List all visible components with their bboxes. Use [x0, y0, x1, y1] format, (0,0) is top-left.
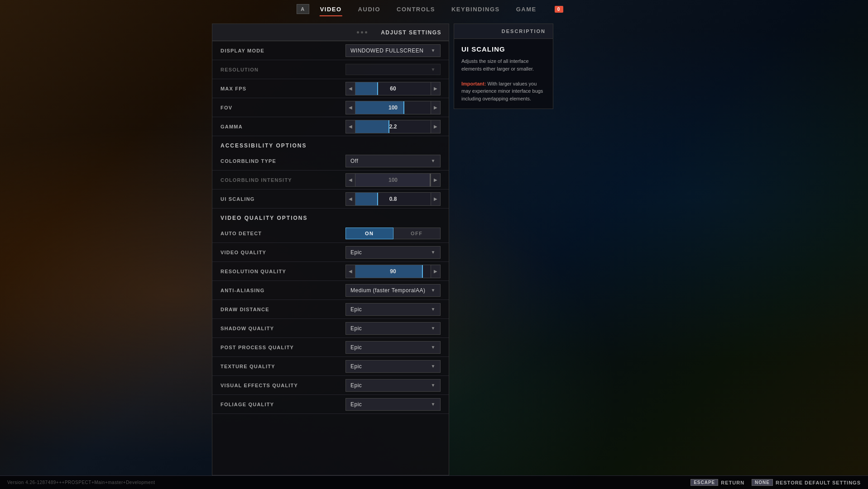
resolution-quality-value: 90 [390, 268, 396, 275]
fov-track: 100 [355, 101, 431, 114]
nav-item-keybindings[interactable]: KEYBINDINGS [443, 2, 508, 16]
description-title: UI SCALING [461, 45, 546, 53]
setting-row-fov: FOV ◀ 100 ▶ [212, 98, 449, 117]
nav-item-video[interactable]: VIDEO [312, 2, 350, 16]
visual-effects-control: Epic ▼ [345, 379, 441, 392]
description-header: DESCRIPTION [454, 24, 553, 39]
resolution-quality-fill [355, 265, 423, 278]
setting-row-max-fps: MAX FPS ◀ 60 ▶ [212, 79, 449, 98]
resolution-quality-increment[interactable]: ▶ [431, 265, 441, 278]
auto-detect-label: AUTO DETECT [221, 231, 262, 236]
fov-increment[interactable]: ▶ [431, 101, 441, 114]
post-process-dropdown[interactable]: Epic ▼ [345, 341, 441, 354]
shadow-quality-dropdown[interactable]: Epic ▼ [345, 322, 441, 335]
gamma-track: 2.2 [355, 120, 431, 133]
anti-aliasing-control: Medium (faster TemporalAA) ▼ [345, 284, 441, 297]
draw-distance-control: Epic ▼ [345, 303, 441, 316]
anti-aliasing-dropdown[interactable]: Medium (faster TemporalAA) ▼ [345, 284, 441, 297]
adjust-settings-button[interactable]: ADJUST SETTINGS [374, 24, 449, 41]
dot3 [365, 31, 367, 33]
texture-quality-label: TEXTURE QUALITY [221, 364, 275, 369]
anti-aliasing-value: Medium (faster TemporalAA) [350, 287, 426, 294]
post-process-value: Epic [350, 344, 362, 351]
shadow-quality-control: Epic ▼ [345, 322, 441, 335]
resolution-quality-decrement[interactable]: ◀ [345, 265, 355, 278]
ui-scaling-value: 0.8 [389, 196, 397, 202]
return-button[interactable]: Escape RETURN [691, 479, 744, 486]
resolution-control: ▼ [345, 64, 441, 75]
description-important-label: Important: [461, 81, 486, 86]
return-label: RETURN [721, 480, 744, 485]
nav-item-audio[interactable]: AUDIO [350, 2, 388, 16]
visual-effects-dropdown[interactable]: Epic ▼ [345, 379, 441, 392]
foliage-quality-dropdown[interactable]: Epic ▼ [345, 398, 441, 411]
setting-row-resolution: RESOLUTION ▼ [212, 60, 449, 79]
ui-scaling-label: UI SCALING [221, 196, 255, 202]
colorblind-intensity-decrement[interactable]: ◀ [345, 173, 355, 187]
bottom-bar: Version 4.26-1287489+++PROSPECT+Main+mas… [0, 475, 868, 489]
colorblind-intensity-label: COLORBLIND INTENSITY [221, 177, 292, 183]
auto-detect-off[interactable]: OFF [393, 228, 441, 239]
setting-row-colorblind-type: COLORBLIND TYPE Off ▼ [212, 152, 449, 171]
gamma-control: ◀ 2.2 ▶ [345, 120, 441, 133]
auto-detect-on[interactable]: ON [345, 228, 393, 239]
post-process-arrow: ▼ [431, 345, 436, 350]
nav-item-a[interactable]: A [297, 4, 309, 14]
description-body: UI SCALING Adjusts the size of all inter… [454, 39, 553, 109]
auto-detect-toggle: ON OFF [345, 228, 441, 239]
setting-row-auto-detect: AUTO DETECT ON OFF [212, 224, 449, 243]
max-fps-label: MAX FPS [221, 86, 246, 91]
colorblind-type-dropdown[interactable]: Off ▼ [345, 155, 441, 167]
post-process-control: Epic ▼ [345, 341, 441, 354]
colorblind-intensity-track: 100 [355, 173, 431, 187]
panel-content[interactable]: DISPLAY MODE WINDOWED FULLSCREEN ▼ RESOL… [212, 41, 449, 475]
setting-row-video-quality: VIDEO QUALITY Epic ▼ [212, 243, 449, 262]
fov-decrement[interactable]: ◀ [345, 101, 355, 114]
gamma-slider: ◀ 2.2 ▶ [345, 120, 441, 133]
display-mode-value: WINDOWED FULLSCREEN [350, 47, 424, 54]
ui-scaling-increment[interactable]: ▶ [431, 192, 441, 206]
version-text: Version 4.26-1287489+++PROSPECT+Main+mas… [7, 480, 155, 485]
fov-slider: ◀ 100 ▶ [345, 101, 441, 114]
setting-row-gamma: GAMMA ◀ 2.2 ▶ [212, 117, 449, 136]
setting-row-post-process: POST PROCESS QUALITY Epic ▼ [212, 338, 449, 357]
restore-defaults-button[interactable]: None RESTORE DEFAULT SETTINGS [752, 479, 861, 486]
bottom-actions: Escape RETURN None RESTORE DEFAULT SETTI… [691, 479, 861, 486]
draw-distance-label: DRAW DISTANCE [221, 307, 269, 312]
panel-header: ADJUST SETTINGS [212, 24, 449, 41]
gamma-decrement[interactable]: ◀ [345, 120, 355, 133]
anti-aliasing-arrow: ▼ [431, 288, 436, 293]
max-fps-increment[interactable]: ▶ [431, 82, 441, 95]
resolution-dropdown[interactable]: ▼ [345, 64, 441, 75]
max-fps-decrement[interactable]: ◀ [345, 82, 355, 95]
nav-item-game[interactable]: GAME [508, 2, 545, 16]
shadow-quality-arrow: ▼ [431, 326, 436, 331]
ui-scaling-decrement[interactable]: ◀ [345, 192, 355, 206]
foliage-quality-value: Epic [350, 401, 362, 408]
nav-item-controls[interactable]: CONTROLS [388, 2, 443, 16]
escape-key: Escape [691, 479, 718, 486]
settings-panel: ADJUST SETTINGS DISPLAY MODE WINDOWED FU… [212, 24, 449, 475]
texture-quality-dropdown[interactable]: Epic ▼ [345, 360, 441, 373]
display-mode-control: WINDOWED FULLSCREEN ▼ [345, 44, 441, 57]
max-fps-slider: ◀ 60 ▶ [345, 82, 441, 95]
description-panel: DESCRIPTION UI SCALING Adjusts the size … [454, 24, 553, 109]
video-quality-section-header: VIDEO QUALITY OPTIONS [212, 209, 449, 224]
gamma-increment[interactable]: ▶ [431, 120, 441, 133]
video-quality-control: Epic ▼ [345, 246, 441, 259]
colorblind-intensity-increment[interactable]: ▶ [431, 173, 441, 187]
draw-distance-dropdown[interactable]: Epic ▼ [345, 303, 441, 316]
visual-effects-label: VISUAL EFFECTS QUALITY [221, 383, 298, 388]
fov-control: ◀ 100 ▶ [345, 101, 441, 114]
setting-row-anti-aliasing: ANTI-ALIASING Medium (faster TemporalAA)… [212, 281, 449, 300]
setting-row-display-mode: DISPLAY MODE WINDOWED FULLSCREEN ▼ [212, 41, 449, 60]
colorblind-type-arrow: ▼ [431, 158, 436, 163]
display-mode-dropdown[interactable]: WINDOWED FULLSCREEN ▼ [345, 44, 441, 57]
video-quality-section-label: VIDEO QUALITY OPTIONS [221, 215, 307, 221]
setting-row-resolution-quality: RESOLUTION QUALITY ◀ 90 ▶ [212, 262, 449, 281]
setting-row-texture-quality: TEXTURE QUALITY Epic ▼ [212, 357, 449, 376]
resolution-quality-track: 90 [355, 265, 431, 278]
video-quality-dropdown[interactable]: Epic ▼ [345, 246, 441, 259]
nav-item-badge[interactable]: 0 [545, 2, 571, 16]
auto-detect-control: ON OFF [345, 228, 441, 239]
